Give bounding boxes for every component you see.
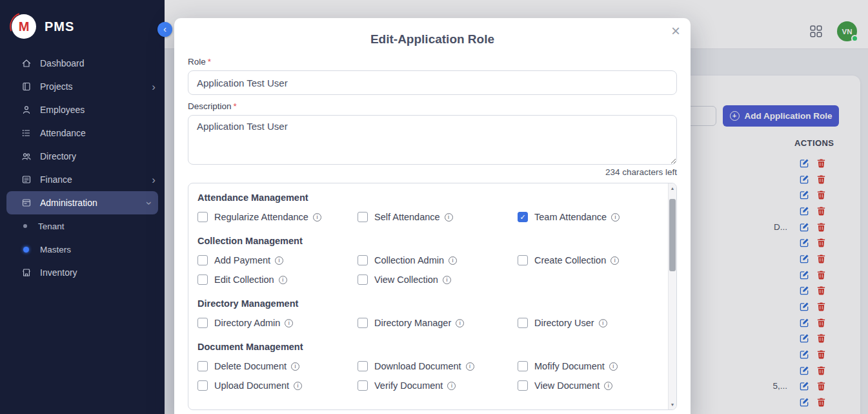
sidebar: M PMS DashboardProjects›EmployeesAttenda… [0,0,165,414]
description-label: Description* [188,101,237,111]
checkbox[interactable] [197,318,208,328]
sidebar-item-label: Inventory [40,267,77,278]
info-icon[interactable]: i [611,213,620,222]
info-icon[interactable]: i [456,319,464,327]
permission-verify-document[interactable]: Verify Documenti [358,380,518,391]
checkbox[interactable] [197,212,208,222]
bullet-icon [23,224,27,228]
permission-section-heading: Collection Management [197,236,667,246]
permission-grid: Regularize AttendanceiSelf Attendancei✓T… [197,211,667,223]
permission-directory-admin[interactable]: Directory Admini [197,317,358,329]
scrollbar-thumb[interactable] [669,199,676,271]
permission-delete-document[interactable]: Delete Documenti [197,360,358,372]
checkbox[interactable] [358,212,368,222]
permission-self-attendance[interactable]: Self Attendancei [358,211,518,223]
scroll-up-icon[interactable]: ▲ [669,184,676,192]
sidebar-item-label: Administration [40,198,97,208]
permission-download-document[interactable]: Download Documenti [358,360,518,372]
checkbox[interactable] [358,318,368,328]
sidebar-subitem-label: Tenant [38,222,65,231]
panel-scrollbar[interactable]: ▲ ▼ [668,183,676,409]
sidebar-subitem-masters[interactable]: Masters [0,238,165,261]
collapse-sidebar-button[interactable]: ‹ [157,22,172,37]
checkbox[interactable] [518,380,528,391]
sidebar-nav: DashboardProjects›EmployeesAttendanceDir… [0,52,165,284]
pms-logo-icon: M [12,14,36,39]
permission-label: Directory Admin [214,318,280,328]
sidebar-item-label: Employees [40,105,85,115]
permission-collection-admin[interactable]: Collection Admini [358,254,518,266]
role-label: Role* [188,57,211,67]
info-icon[interactable]: i [609,362,618,371]
info-icon[interactable]: i [275,256,283,265]
info-icon[interactable]: i [599,319,607,327]
info-icon[interactable]: i [604,382,612,390]
sidebar-item-employees[interactable]: Employees [0,98,165,121]
checkbox[interactable] [518,361,528,371]
sidebar-item-directory[interactable]: Directory [0,145,165,168]
chevron-right-icon: › [152,174,156,185]
checkbox[interactable] [358,380,368,391]
permission-directory-manager[interactable]: Directory Manageri [358,317,518,329]
sidebar-item-projects[interactable]: Projects› [0,75,165,98]
permission-label: Download Document [374,361,461,371]
permission-mofify-document[interactable]: Mofify Documenti [518,360,667,372]
info-icon[interactable]: i [285,319,293,327]
permission-label: Edit Collection [214,274,274,285]
chevron-down-icon: › [145,201,156,205]
sidebar-item-dashboard[interactable]: Dashboard [0,52,165,75]
permission-label: Mofify Document [534,361,605,371]
inventory-icon [21,267,32,278]
info-icon[interactable]: i [313,213,321,222]
checkbox[interactable] [518,255,528,265]
permission-section-heading: Directory Management [197,298,667,309]
checkbox[interactable] [197,255,208,265]
sidebar-item-finance[interactable]: Finance› [0,168,165,191]
permission-edit-collection[interactable]: Edit Collectioni [197,274,358,285]
info-icon[interactable]: i [466,362,474,371]
finance-icon [21,174,32,185]
description-textarea[interactable]: Application Test User [188,115,677,165]
sidebar-subitem-label: Masters [40,245,71,254]
characters-left-counter: 234 characters left [605,167,677,177]
collapse-sidebar-icon: ‹ [163,24,167,34]
permission-upload-document[interactable]: Upload Documenti [197,380,358,391]
info-icon[interactable]: i [611,256,619,265]
info-icon[interactable]: i [443,276,451,284]
permission-create-collection[interactable]: Create Collectioni [518,254,667,266]
info-icon[interactable]: i [445,213,453,222]
checkbox[interactable] [197,380,208,391]
required-asterisk: * [234,101,237,111]
info-icon[interactable]: i [291,362,299,371]
permission-view-collection[interactable]: View Collectioni [358,274,518,285]
sidebar-item-attendance[interactable]: Attendance [0,121,165,145]
directory-icon [21,151,32,161]
sidebar-item-inventory[interactable]: Inventory [0,261,165,284]
permissions-list: Attendance ManagementRegularize Attendan… [188,183,667,409]
checkbox[interactable] [358,255,368,265]
permission-label: Regularize Attendance [214,212,308,222]
checkbox[interactable] [197,361,208,371]
permission-label: Upload Document [214,380,289,391]
permission-directory-user[interactable]: Directory Useri [518,317,667,329]
permission-grid: Directory AdminiDirectory ManageriDirect… [197,317,667,329]
role-input[interactable] [188,70,677,95]
sidebar-item-administration[interactable]: Administration› [6,191,158,214]
permission-regularize-attendance[interactable]: Regularize Attendancei [197,211,358,223]
info-icon[interactable]: i [449,256,457,265]
checkbox[interactable] [358,361,368,371]
permission-view-document[interactable]: View Documenti [518,380,667,391]
info-icon[interactable]: i [447,382,456,390]
info-icon[interactable]: i [294,382,302,390]
scroll-down-icon[interactable]: ▼ [669,400,676,409]
checkbox[interactable] [518,318,528,328]
checkbox[interactable] [358,274,368,285]
projects-icon [21,81,32,92]
info-icon[interactable]: i [279,276,287,284]
permission-team-attendance[interactable]: ✓Team Attendancei [518,211,667,223]
checkbox[interactable]: ✓ [518,212,528,222]
sidebar-subitem-tenant[interactable]: Tenant [0,214,165,238]
checkbox[interactable] [197,274,208,285]
permission-add-payment[interactable]: Add Paymenti [197,254,358,266]
close-icon[interactable]: × [671,23,680,39]
